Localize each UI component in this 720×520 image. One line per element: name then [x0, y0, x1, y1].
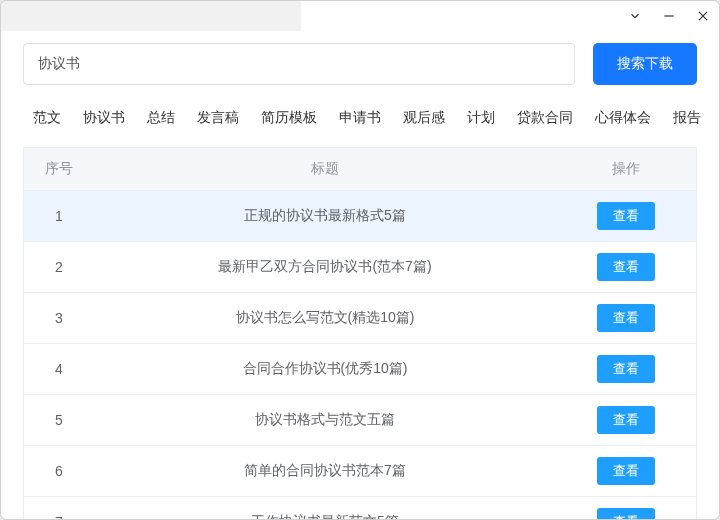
row-index: 7 — [24, 497, 94, 520]
col-header-action: 操作 — [556, 148, 696, 191]
view-button[interactable]: 查看 — [597, 202, 655, 230]
row-title: 合同合作协议书(优秀10篇) — [94, 344, 556, 395]
close-icon[interactable] — [695, 8, 711, 24]
tab-item[interactable]: 协议书 — [73, 103, 135, 133]
view-button[interactable]: 查看 — [597, 406, 655, 434]
table-row: 2最新甲乙双方合同协议书(范本7篇)查看 — [24, 242, 696, 293]
row-index: 1 — [24, 191, 94, 242]
tab-item[interactable]: 申请书 — [329, 103, 391, 133]
row-title: 最新甲乙双方合同协议书(范本7篇) — [94, 242, 556, 293]
table-row: 3协议书怎么写范文(精选10篇)查看 — [24, 293, 696, 344]
view-button[interactable]: 查看 — [597, 253, 655, 281]
row-title: 协议书怎么写范文(精选10篇) — [94, 293, 556, 344]
row-action-cell: 查看 — [556, 242, 696, 293]
tab-item[interactable]: 计划 — [457, 103, 505, 133]
minimize-icon[interactable] — [661, 8, 677, 24]
tab-item[interactable]: 简历模板 — [251, 103, 327, 133]
row-action-cell: 查看 — [556, 497, 696, 520]
row-index: 4 — [24, 344, 94, 395]
row-title: 简单的合同协议书范本7篇 — [94, 446, 556, 497]
col-header-title: 标题 — [94, 148, 556, 191]
table-row: 4合同合作协议书(优秀10篇)查看 — [24, 344, 696, 395]
tab-item[interactable]: 心得体会 — [585, 103, 661, 133]
chevron-down-icon[interactable] — [627, 8, 643, 24]
tab-item[interactable]: 范文 — [23, 103, 71, 133]
row-title: 正规的协议书最新格式5篇 — [94, 191, 556, 242]
view-button[interactable]: 查看 — [597, 355, 655, 383]
row-index: 5 — [24, 395, 94, 446]
content: 搜索下载 范文协议书总结发言稿简历模板申请书观后感计划贷款合同心得体会报告 序号… — [1, 31, 719, 519]
table-row: 5协议书格式与范文五篇查看 — [24, 395, 696, 446]
results-table-wrap[interactable]: 序号 标题 操作 1正规的协议书最新格式5篇查看2最新甲乙双方合同协议书(范本7… — [23, 147, 697, 519]
search-bar: 搜索下载 — [23, 43, 697, 85]
table-row: 1正规的协议书最新格式5篇查看 — [24, 191, 696, 242]
row-index: 6 — [24, 446, 94, 497]
row-action-cell: 查看 — [556, 191, 696, 242]
view-button[interactable]: 查看 — [597, 304, 655, 332]
app-window: 搜索下载 范文协议书总结发言稿简历模板申请书观后感计划贷款合同心得体会报告 序号… — [0, 0, 720, 520]
results-table: 序号 标题 操作 1正规的协议书最新格式5篇查看2最新甲乙双方合同协议书(范本7… — [24, 148, 696, 519]
titlebar-blur — [1, 1, 301, 31]
row-action-cell: 查看 — [556, 446, 696, 497]
col-header-index: 序号 — [24, 148, 94, 191]
tab-item[interactable]: 报告 — [663, 103, 711, 133]
tab-item[interactable]: 观后感 — [393, 103, 455, 133]
view-button[interactable]: 查看 — [597, 508, 655, 519]
tab-item[interactable]: 发言稿 — [187, 103, 249, 133]
category-tabs: 范文协议书总结发言稿简历模板申请书观后感计划贷款合同心得体会报告 — [23, 103, 697, 133]
tab-item[interactable]: 总结 — [137, 103, 185, 133]
tab-item[interactable]: 贷款合同 — [507, 103, 583, 133]
row-action-cell: 查看 — [556, 395, 696, 446]
search-input[interactable] — [23, 43, 575, 85]
row-title: 协议书格式与范文五篇 — [94, 395, 556, 446]
search-download-button[interactable]: 搜索下载 — [593, 43, 697, 85]
row-action-cell: 查看 — [556, 344, 696, 395]
row-index: 3 — [24, 293, 94, 344]
table-row: 6简单的合同协议书范本7篇查看 — [24, 446, 696, 497]
row-title: 工作协议书最新范文5篇 — [94, 497, 556, 520]
view-button[interactable]: 查看 — [597, 457, 655, 485]
row-action-cell: 查看 — [556, 293, 696, 344]
table-row: 7工作协议书最新范文5篇查看 — [24, 497, 696, 520]
row-index: 2 — [24, 242, 94, 293]
